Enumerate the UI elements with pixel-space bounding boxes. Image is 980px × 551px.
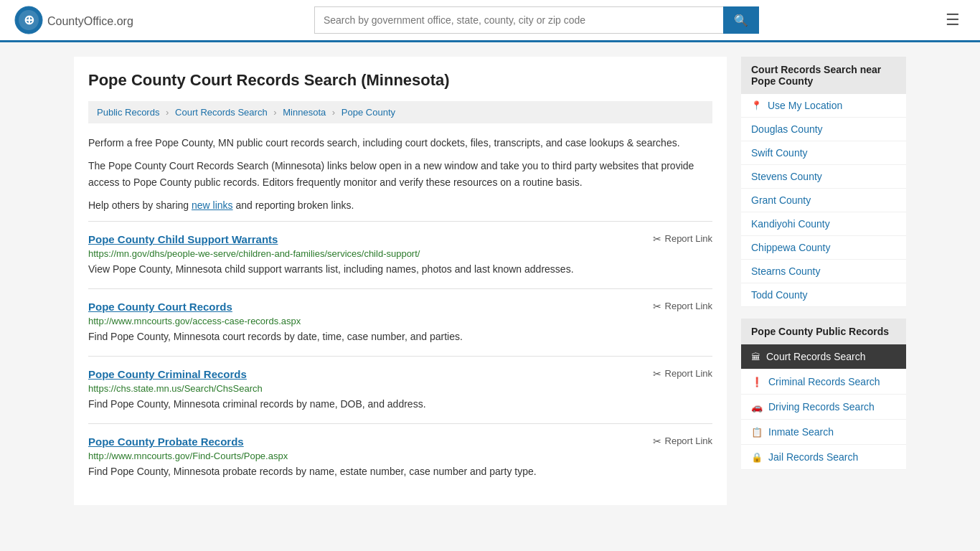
report-link-2[interactable]: ✂ Report Link (653, 368, 712, 380)
search-icon: 🔍 (734, 14, 748, 27)
record-header-1: Pope County Court Records ✂ Report Link (88, 301, 712, 313)
use-my-location[interactable]: 📍 Use My Location (741, 94, 906, 118)
report-link-label-2: Report Link (665, 368, 712, 379)
logo-icon: ⊕ (14, 6, 43, 34)
nearby-section: Court Records Search near Pope County 📍 … (741, 57, 906, 307)
nav-link-2[interactable]: Driving Records Search (768, 401, 875, 413)
content-area: Pope County Court Records Search (Minnes… (74, 57, 727, 505)
new-links-link[interactable]: new links (192, 199, 233, 211)
location-icon: 📍 (751, 100, 762, 110)
record-entry-1: Pope County Court Records ✂ Report Link … (88, 288, 712, 356)
nearby-county-link-5[interactable]: Chippewa County (751, 242, 831, 253)
records-container: Pope County Child Support Warrants ✂ Rep… (88, 221, 712, 491)
intro-3-pre: Help others by sharing (88, 199, 192, 211)
nav-link-1[interactable]: Criminal Records Search (768, 376, 880, 387)
breadcrumb-sep-1: › (166, 107, 169, 118)
nearby-county-3: Grant County (741, 189, 906, 212)
nav-item-4[interactable]: 🔒Jail Records Search (741, 445, 906, 470)
logo[interactable]: ⊕ CountyOffice.org (14, 6, 133, 34)
report-link-label-0: Report Link (665, 233, 712, 244)
report-icon-0: ✂ (653, 233, 661, 245)
site-header: ⊕ CountyOffice.org 🔍 ☰ (0, 0, 980, 42)
intro-paragraph-3: Help others by sharing new links and rep… (88, 197, 712, 213)
nearby-county-link-0[interactable]: Douglas County (751, 123, 823, 135)
report-link-label-3: Report Link (665, 435, 712, 446)
report-link-0[interactable]: ✂ Report Link (653, 233, 712, 245)
intro-paragraph-1: Perform a free Pope County, MN public co… (88, 135, 712, 151)
nearby-county-link-1[interactable]: Swift County (751, 147, 808, 159)
nearby-county-link-4[interactable]: Kandiyohi County (751, 218, 830, 230)
search-button[interactable]: 🔍 (723, 6, 759, 34)
nearby-county-1: Swift County (741, 141, 906, 165)
use-location-label: Use My Location (768, 100, 842, 111)
nearby-county-link-3[interactable]: Grant County (751, 194, 811, 206)
nav-label-0: Court Records Search (766, 351, 866, 362)
report-link-1[interactable]: ✂ Report Link (653, 301, 712, 312)
nearby-county-7: Todd County (741, 283, 906, 307)
nav-link-3[interactable]: Inmate Search (768, 426, 834, 438)
nav-item-1[interactable]: ❗Criminal Records Search (741, 369, 906, 395)
record-header-3: Pope County Probate Records ✂ Report Lin… (88, 435, 712, 448)
record-title-1[interactable]: Pope County Court Records (88, 301, 232, 313)
record-desc-1: Find Pope County, Minnesota court record… (88, 329, 712, 344)
public-records-title: Pope County Public Records (741, 319, 906, 344)
nav-icon-0: 🏛 (751, 352, 760, 362)
nav-icon-3: 📋 (751, 427, 763, 438)
nav-link-4[interactable]: Jail Records Search (768, 451, 858, 463)
record-desc-2: Find Pope County, Minnesota criminal rec… (88, 397, 712, 412)
breadcrumb-sep-3: › (332, 107, 335, 118)
record-title-2[interactable]: Pope County Criminal Records (88, 368, 247, 380)
main-container: Pope County Court Records Search (Minnes… (60, 42, 920, 519)
nearby-county-0: Douglas County (741, 118, 906, 141)
nearby-county-5: Chippewa County (741, 236, 906, 260)
report-icon-1: ✂ (653, 301, 661, 312)
record-header-0: Pope County Child Support Warrants ✂ Rep… (88, 233, 712, 245)
nav-item-0[interactable]: 🏛Court Records Search (741, 344, 906, 369)
intro-paragraph-2: The Pope County Court Records Search (Mi… (88, 158, 712, 190)
nearby-county-6: Stearns County (741, 260, 906, 283)
record-url-0[interactable]: https://mn.gov/dhs/people-we-serve/child… (88, 248, 712, 259)
nearby-county-2: Stevens County (741, 165, 906, 189)
page-title: Pope County Court Records Search (Minnes… (88, 71, 712, 90)
record-header-2: Pope County Criminal Records ✂ Report Li… (88, 368, 712, 380)
nearby-county-link-7[interactable]: Todd County (751, 289, 808, 301)
record-url-2[interactable]: https://chs.state.mn.us/Search/ChsSearch (88, 383, 712, 394)
breadcrumb-pope-county[interactable]: Pope County (341, 107, 395, 118)
public-records-section: Pope County Public Records 🏛Court Record… (741, 319, 906, 470)
record-entry-0: Pope County Child Support Warrants ✂ Rep… (88, 221, 712, 288)
nav-item-3[interactable]: 📋Inmate Search (741, 420, 906, 445)
search-input[interactable] (314, 6, 723, 34)
breadcrumb: Public Records › Court Records Search › … (88, 101, 712, 123)
record-title-0[interactable]: Pope County Child Support Warrants (88, 233, 278, 245)
record-entry-3: Pope County Probate Records ✂ Report Lin… (88, 423, 712, 491)
breadcrumb-court-records-search[interactable]: Court Records Search (175, 107, 268, 118)
record-title-3[interactable]: Pope County Probate Records (88, 435, 244, 448)
report-link-3[interactable]: ✂ Report Link (653, 435, 712, 447)
breadcrumb-sep-2: › (273, 107, 276, 118)
report-link-label-1: Report Link (665, 301, 712, 311)
nearby-county-4: Kandiyohi County (741, 212, 906, 236)
record-desc-0: View Pope County, Minnesota child suppor… (88, 262, 712, 277)
record-url-1[interactable]: http://www.mncourts.gov/access-case-reco… (88, 316, 712, 326)
record-url-3[interactable]: http://www.mncourts.gov/Find-Courts/Pope… (88, 451, 712, 461)
svg-text:⊕: ⊕ (24, 13, 34, 27)
nav-item-2[interactable]: 🚗Driving Records Search (741, 395, 906, 420)
record-entry-2: Pope County Criminal Records ✂ Report Li… (88, 356, 712, 423)
breadcrumb-minnesota[interactable]: Minnesota (283, 107, 326, 118)
report-icon-2: ✂ (653, 368, 661, 380)
record-desc-3: Find Pope County, Minnesota probate reco… (88, 464, 712, 479)
public-records-nav: 🏛Court Records Search❗Criminal Records S… (741, 344, 906, 470)
nav-icon-2: 🚗 (751, 402, 763, 413)
logo-text: CountyOffice.org (47, 12, 133, 29)
nearby-county-link-2[interactable]: Stevens County (751, 171, 822, 182)
nav-icon-4: 🔒 (751, 452, 763, 463)
nearby-section-title: Court Records Search near Pope County (741, 57, 906, 94)
menu-button[interactable]: ☰ (940, 8, 966, 32)
breadcrumb-public-records[interactable]: Public Records (97, 107, 159, 118)
hamburger-icon: ☰ (946, 11, 960, 29)
nearby-counties-list: Douglas CountySwift CountyStevens County… (741, 118, 906, 307)
sidebar: Court Records Search near Pope County 📍 … (741, 57, 906, 505)
nav-icon-1: ❗ (751, 377, 763, 387)
intro-3-post: and reporting broken links. (233, 199, 354, 211)
nearby-county-link-6[interactable]: Stearns County (751, 265, 821, 277)
